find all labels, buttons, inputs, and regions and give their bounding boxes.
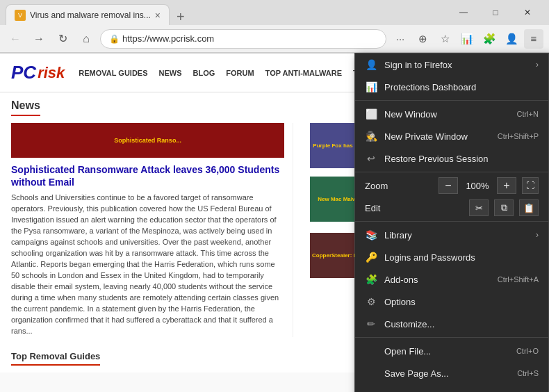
separator-1 <box>355 100 548 101</box>
options-icon: ⚙ <box>365 295 377 308</box>
copy-button[interactable]: ⧉ <box>494 199 514 216</box>
addons-shortcut: Ctrl+Shift+A <box>498 275 539 284</box>
reading-mode-button[interactable]: 📊 <box>457 29 477 49</box>
nav-forum[interactable]: FORUM <box>226 69 254 77</box>
url-bar[interactable]: 🔒 https://www.pcrisk.com <box>100 29 386 49</box>
menu-item-addons[interactable]: 🧩 Add-ons Ctrl+Shift+A <box>355 268 548 291</box>
browser-chrome: V Virus and malware removal ins... × + —… <box>0 0 549 54</box>
zoom-label: Zoom <box>365 181 433 191</box>
separator-4 <box>355 337 548 338</box>
zoom-out-button[interactable]: − <box>439 177 458 194</box>
save-page-label: Save Page As... <box>384 368 510 379</box>
restore-icon: ↩ <box>365 152 377 165</box>
customize-label: Customize... <box>384 319 539 329</box>
address-bar: ← → ↻ ⌂ 🔒 https://www.pcrisk.com ··· ⊕ ☆… <box>0 25 549 53</box>
main-article-thumbnail: Sophisticated Ranso... <box>11 123 284 158</box>
addons-label: Add-ons <box>384 275 491 285</box>
home-button[interactable]: ⌂ <box>76 29 96 49</box>
cut-button[interactable]: ✂ <box>469 199 489 216</box>
nav-top-anti-malware[interactable]: TOP ANTI-MALWARE <box>265 69 342 77</box>
menu-item-save-page[interactable]: Save Page As... Ctrl+S <box>355 362 548 384</box>
logins-label: Logins and Passwords <box>384 252 539 263</box>
extensions-button[interactable]: 🧩 <box>480 29 499 49</box>
open-file-icon <box>365 345 377 357</box>
protections-label: Protections Dashboard <box>384 82 539 92</box>
site-logo: PC risk <box>11 62 65 83</box>
main-article-thumb-text: Sophisticated Ranso... <box>111 134 184 147</box>
menu-item-logins[interactable]: 🔑 Logins and Passwords <box>355 246 548 268</box>
separator-3 <box>355 221 548 222</box>
more-tools-button[interactable]: ··· <box>391 29 410 49</box>
nav-news[interactable]: NEWS <box>159 69 182 77</box>
logo-risk: risk <box>38 64 65 82</box>
menu-item-options[interactable]: ⚙ Options <box>355 291 548 313</box>
menu-item-protections[interactable]: 📊 Protections Dashboard <box>355 76 548 98</box>
tab-bar: V Virus and malware removal ins... × + —… <box>0 0 549 25</box>
toolbar-icons: ··· ⊕ ☆ 📊 🧩 👤 ≡ <box>391 29 543 49</box>
back-button[interactable]: ← <box>6 29 25 49</box>
menu-item-customize[interactable]: ✏ Customize... <box>355 313 548 335</box>
lock-icon: 🔒 <box>109 34 120 44</box>
forward-button[interactable]: → <box>29 29 49 49</box>
open-file-label: Open File... <box>384 346 509 357</box>
separator-2 <box>355 172 548 172</box>
sign-in-arrow: › <box>536 60 539 70</box>
library-label: Library <box>384 230 529 240</box>
library-icon: 📚 <box>365 229 377 241</box>
menu-item-print[interactable]: 🖨 Print... <box>355 384 548 392</box>
tab-title: Virus and malware removal ins... <box>30 10 151 20</box>
edit-label: Edit <box>365 203 464 213</box>
restore-session-label: Restore Previous Session <box>384 154 539 164</box>
news-section-title: News <box>11 99 40 116</box>
menu-button[interactable]: ≡ <box>524 29 543 49</box>
save-page-icon <box>365 367 377 379</box>
addons-icon: 🧩 <box>365 273 377 286</box>
customize-icon: ✏ <box>365 318 377 330</box>
logo-pc: PC <box>11 62 36 83</box>
minimize-button[interactable]: — <box>448 0 480 25</box>
menu-item-library[interactable]: 📚 Library › <box>355 224 548 246</box>
url-text: https://www.pcrisk.com <box>122 33 377 44</box>
profile-button[interactable]: 👤 <box>502 29 521 49</box>
profile-icon: 👤 <box>365 58 377 71</box>
menu-item-open-file[interactable]: Open File... Ctrl+O <box>355 340 548 362</box>
tab-close-button[interactable]: × <box>155 10 161 21</box>
main-article: Sophisticated Ranso... Sophisticated Ran… <box>11 123 293 337</box>
zoom-in-button[interactable]: + <box>497 177 516 194</box>
active-tab[interactable]: V Virus and malware removal ins... × <box>6 4 170 25</box>
zoom-fullscreen-button[interactable]: ⛶ <box>522 177 539 194</box>
new-window-label: New Window <box>384 109 510 120</box>
nav-blog[interactable]: BLOG <box>193 69 215 77</box>
nav-removal-guides[interactable]: REMOVAL GUIDES <box>79 69 147 77</box>
new-private-shortcut: Ctrl+Shift+P <box>498 132 539 140</box>
main-article-excerpt: Schools and Universities continue to be … <box>11 193 284 336</box>
close-button[interactable]: ✕ <box>511 0 543 25</box>
private-icon: 🕵 <box>365 130 377 142</box>
new-tab-button[interactable]: + <box>172 9 189 25</box>
key-icon: 🔑 <box>365 251 377 263</box>
sign-in-label: Sign in to Firefox <box>384 60 529 70</box>
menu-item-sign-in[interactable]: 👤 Sign in to Firefox › <box>355 54 548 76</box>
tab-favicon: V <box>15 10 26 21</box>
maximize-button[interactable]: □ <box>480 0 511 25</box>
new-window-shortcut: Ctrl+N <box>517 110 539 118</box>
main-article-title[interactable]: Sophisticated Ransomware Attack leaves 3… <box>11 163 284 188</box>
options-label: Options <box>384 297 539 307</box>
zoom-value: 100% <box>464 181 491 191</box>
window-icon: ⬜ <box>365 108 377 120</box>
edit-control: Edit ✂ ⧉ 📋 <box>355 197 548 219</box>
library-arrow: › <box>536 230 539 240</box>
paste-button[interactable]: 📋 <box>519 199 539 216</box>
bookmark-button[interactable]: ☆ <box>435 29 454 49</box>
menu-item-new-private[interactable]: 🕵 New Private Window Ctrl+Shift+P <box>355 125 548 147</box>
menu-item-new-window[interactable]: ⬜ New Window Ctrl+N <box>355 103 548 125</box>
zoom-control: Zoom − 100% + ⛶ <box>355 174 548 197</box>
save-page-shortcut: Ctrl+S <box>517 369 539 377</box>
print-icon: 🖨 <box>365 389 377 392</box>
reload-button[interactable]: ↻ <box>53 29 72 49</box>
menu-item-restore-session[interactable]: ↩ Restore Previous Session <box>355 147 548 170</box>
new-private-label: New Private Window <box>384 131 491 142</box>
window-controls: — □ ✕ <box>448 0 543 25</box>
bottom-section-title: Top Removal Guides <box>11 351 100 366</box>
open-file-shortcut: Ctrl+O <box>516 347 539 355</box>
